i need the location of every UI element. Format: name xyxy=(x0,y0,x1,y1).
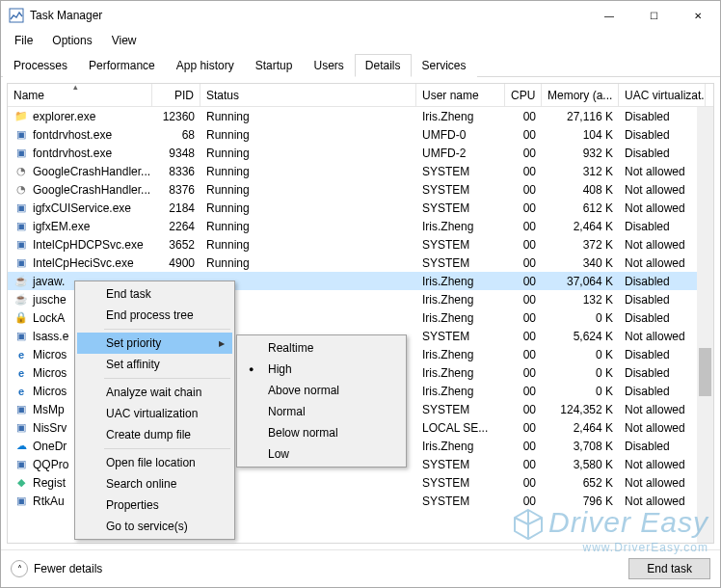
ctx-priority-high[interactable]: ●High xyxy=(239,359,404,380)
tab-processes[interactable]: Processes xyxy=(3,54,78,77)
fewer-details-toggle[interactable]: ˄ Fewer details xyxy=(11,560,102,577)
menu-view[interactable]: View xyxy=(104,32,145,49)
ctx-create-dump-file[interactable]: Create dump file xyxy=(77,424,232,445)
exe-icon: ▣ xyxy=(13,146,29,161)
vertical-scrollbar[interactable] xyxy=(697,107,713,543)
ctx-set-affinity[interactable]: Set affinity xyxy=(77,354,232,375)
cell-user: Iris.Zheng xyxy=(416,348,505,361)
cell-cpu: 00 xyxy=(505,256,542,270)
cell-uac: Not allowed xyxy=(619,476,706,490)
cell-uac: Not allowed xyxy=(619,165,706,178)
cell-user: SYSTEM xyxy=(416,256,505,270)
cell-user: Iris.Zheng xyxy=(416,366,505,380)
cell-status: Running xyxy=(200,183,416,197)
exe-icon: ▣ xyxy=(13,255,29,271)
cell-cpu: 00 xyxy=(505,311,542,325)
ctx-priority-low[interactable]: Low xyxy=(239,443,404,465)
column-header-status[interactable]: Status xyxy=(200,84,416,106)
cell-uac: Disabled xyxy=(619,275,706,288)
cell-uac: Disabled xyxy=(619,220,706,233)
cell-user: UMFD-0 xyxy=(416,128,505,142)
table-row[interactable]: ◔GoogleCrashHandler...8336RunningSYSTEM0… xyxy=(8,162,713,180)
ctx-uac-virtualization[interactable]: UAC virtualization xyxy=(77,403,232,424)
process-name: javaw. xyxy=(33,275,65,288)
column-header-user[interactable]: User name xyxy=(416,84,505,106)
menu-options[interactable]: Options xyxy=(44,32,99,49)
ctx-set-priority[interactable]: Set priority xyxy=(77,333,232,354)
tab-details[interactable]: Details xyxy=(355,54,412,77)
table-row[interactable]: ▣fontdrvhost.exe68RunningUMFD-000104 KDi… xyxy=(8,125,713,144)
maximize-button[interactable]: ☐ xyxy=(631,1,676,30)
column-header-uac[interactable]: UAC virtualizat... xyxy=(619,84,706,106)
disk-icon: ◔ xyxy=(13,182,29,198)
column-header-cpu[interactable]: CPU xyxy=(505,84,542,106)
cell-uac: Disabled xyxy=(619,110,706,123)
cell-uac: Not allowed xyxy=(619,494,706,508)
process-name: OneDr xyxy=(33,440,67,453)
cell-uac: Disabled xyxy=(619,128,706,142)
cell-user: SYSTEM xyxy=(416,201,505,215)
table-row[interactable]: ▣IntelCpHeciSvc.exe4900RunningSYSTEM0034… xyxy=(8,254,713,272)
folder-icon: 📁 xyxy=(13,109,29,124)
table-row[interactable]: ▣IntelCpHDCPSvc.exe3652RunningSYSTEM0037… xyxy=(8,235,713,254)
tab-startup[interactable]: Startup xyxy=(245,54,304,77)
cell-user: SYSTEM xyxy=(416,476,505,490)
e-icon: e xyxy=(13,384,29,399)
ctx-open-file-location[interactable]: Open file location xyxy=(77,452,232,473)
menubar: FileOptionsView xyxy=(1,30,720,51)
column-header-pid[interactable]: PID xyxy=(152,84,200,106)
cell-pid: 9348 xyxy=(152,147,200,160)
ctx-analyze-wait-chain[interactable]: Analyze wait chain xyxy=(77,382,232,403)
window-controls: — ☐ ✕ xyxy=(587,1,720,30)
cell-mem: 0 K xyxy=(542,385,619,398)
table-row[interactable]: 📁explorer.exe12360RunningIris.Zheng0027,… xyxy=(8,107,713,125)
cell-mem: 796 K xyxy=(542,494,619,508)
cell-uac: Not allowed xyxy=(619,458,706,471)
table-row[interactable]: ◔GoogleCrashHandler...8376RunningSYSTEM0… xyxy=(8,180,713,199)
close-button[interactable]: ✕ xyxy=(676,1,720,30)
cell-pid: 3652 xyxy=(152,238,200,252)
cell-mem: 340 K xyxy=(542,256,619,270)
end-task-button[interactable]: End task xyxy=(628,558,710,579)
ctx-priority-above-normal[interactable]: Above normal xyxy=(239,380,404,401)
tab-performance[interactable]: Performance xyxy=(78,54,166,77)
cell-cpu: 00 xyxy=(505,110,542,123)
cell-uac: Not allowed xyxy=(619,238,706,252)
process-name: Micros xyxy=(33,385,67,398)
ctx-end-task[interactable]: End task xyxy=(77,283,232,305)
cell-pid: 2264 xyxy=(152,220,200,233)
ctx-priority-realtime[interactable]: Realtime xyxy=(239,337,404,359)
cloud-icon: ☁ xyxy=(13,439,29,454)
cell-uac: Not allowed xyxy=(619,421,706,435)
task-manager-window: Task Manager — ☐ ✕ FileOptionsView Proce… xyxy=(0,0,721,588)
disk-icon: ◔ xyxy=(13,164,29,179)
cell-uac: Not allowed xyxy=(619,330,706,343)
cell-cpu: 00 xyxy=(505,147,542,160)
menu-file[interactable]: File xyxy=(7,32,40,49)
ctx-priority-normal[interactable]: Normal xyxy=(239,401,404,422)
ctx-end-process-tree[interactable]: End process tree xyxy=(77,305,232,326)
exe-icon: ▣ xyxy=(13,457,29,472)
ctx-properties[interactable]: Properties xyxy=(77,494,232,516)
exe-icon: ▣ xyxy=(13,127,29,143)
cell-uac: Disabled xyxy=(619,293,706,307)
table-row[interactable]: ▣fontdrvhost.exe9348RunningUMFD-200932 K… xyxy=(8,144,713,162)
scrollbar-thumb[interactable] xyxy=(699,348,711,396)
column-header-mem[interactable]: Memory (a... xyxy=(542,84,619,106)
column-header-name[interactable]: Name xyxy=(8,84,152,106)
ctx-go-to-service-s-[interactable]: Go to service(s) xyxy=(77,516,232,537)
minimize-button[interactable]: — xyxy=(587,1,631,30)
table-row[interactable]: ▣igfxEM.exe2264RunningIris.Zheng002,464 … xyxy=(8,217,713,235)
cell-mem: 0 K xyxy=(542,311,619,325)
cell-cpu: 00 xyxy=(505,293,542,307)
ctx-search-online[interactable]: Search online xyxy=(77,473,232,494)
cell-uac: Disabled xyxy=(619,440,706,453)
footer: ˄ Fewer details End task xyxy=(1,549,720,587)
ctx-priority-below-normal[interactable]: Below normal xyxy=(239,422,404,443)
tab-app-history[interactable]: App history xyxy=(166,54,245,77)
tab-services[interactable]: Services xyxy=(412,54,477,77)
chevron-up-icon: ˄ xyxy=(11,560,28,577)
cell-status: Running xyxy=(200,110,416,123)
tab-users[interactable]: Users xyxy=(303,54,354,77)
table-row[interactable]: ▣igfxCUIService.exe2184RunningSYSTEM0061… xyxy=(8,199,713,217)
